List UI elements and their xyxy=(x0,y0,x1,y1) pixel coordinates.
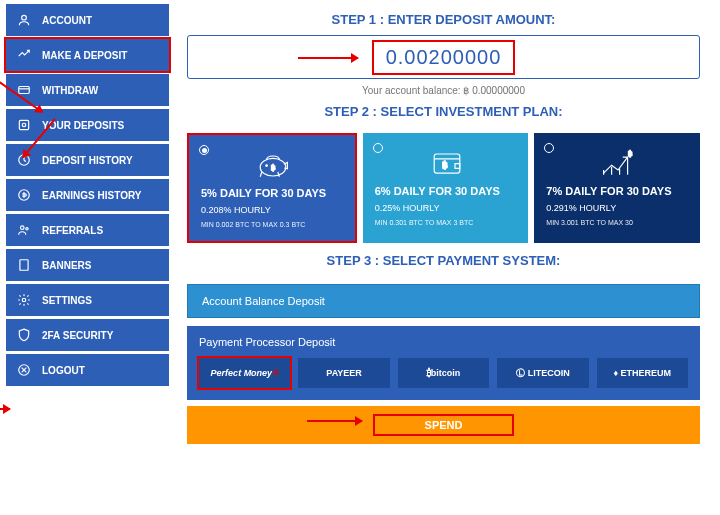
investment-plans: ฿ 5% DAILY FOR 30 DAYS 0.208% HOURLY MIN… xyxy=(187,133,700,243)
payment-processor-section: Payment Processor Deposit Perfect Money®… xyxy=(187,326,700,400)
plan-range: MIN 0.301 BTC TO MAX 3 BTC xyxy=(375,219,519,226)
sidebar-item-logout[interactable]: LOGOUT xyxy=(6,354,169,386)
deposit-icon xyxy=(16,47,32,63)
deposit-amount-input[interactable]: 0.00200000 xyxy=(187,35,700,79)
perfect-money-logo: Perfect Money® xyxy=(211,368,279,378)
sidebar-item-label: DEPOSIT HISTORY xyxy=(42,155,133,166)
payeer-logo: PAYEER xyxy=(326,368,362,378)
payment-options-row: Perfect Money® PAYEER ₿bitcoin Ⓛ LITECOI… xyxy=(199,358,688,388)
radio-icon xyxy=(199,145,209,155)
sidebar-item-banners[interactable]: BANNERS xyxy=(6,249,169,281)
svg-rect-1 xyxy=(19,87,30,94)
account-balance-deposit-section[interactable]: Account Balance Deposit xyxy=(187,284,700,318)
account-balance-label: Your account balance: ฿ 0.00000000 xyxy=(187,85,700,96)
payment-option-ethereum[interactable]: ♦ ETHEREUM xyxy=(597,358,688,388)
payment-option-perfect-money[interactable]: Perfect Money® xyxy=(199,358,290,388)
sidebar-item-your-deposits[interactable]: YOUR DEPOSITS xyxy=(6,109,169,141)
svg-text:฿: ฿ xyxy=(442,160,448,170)
svg-rect-2 xyxy=(19,120,28,129)
payment-option-bitcoin[interactable]: ₿bitcoin xyxy=(398,358,489,388)
sidebar-item-referrals[interactable]: REFERRALS xyxy=(6,214,169,246)
growth-chart-icon: ฿ xyxy=(546,143,690,181)
svg-point-12 xyxy=(266,165,268,167)
annotation-arrow xyxy=(0,408,10,410)
annotation-arrow xyxy=(307,420,362,422)
sidebar-item-label: EARNINGS HISTORY xyxy=(42,190,141,201)
logout-icon xyxy=(16,362,32,378)
plan-option-2[interactable]: ฿ 6% DAILY FOR 30 DAYS 0.25% HOURLY MIN … xyxy=(363,133,529,243)
svg-text:฿: ฿ xyxy=(271,163,276,172)
payment-option-litecoin[interactable]: Ⓛ LITECOIN xyxy=(497,358,588,388)
sidebar-item-withdraw[interactable]: WITHDRAW xyxy=(6,74,169,106)
sidebar-item-label: 2FA SECURITY xyxy=(42,330,113,341)
sidebar-item-label: REFERRALS xyxy=(42,225,103,236)
step2-title: STEP 2 : SELECT INVESTMENT PLAN: xyxy=(187,104,700,119)
plan-rate: 5% DAILY FOR 30 DAYS xyxy=(201,187,345,199)
deposit-amount-value: 0.00200000 xyxy=(372,40,516,75)
sidebar-item-label: SETTINGS xyxy=(42,295,92,306)
sidebar-item-earnings-history[interactable]: EARNINGS HISTORY xyxy=(6,179,169,211)
earnings-icon xyxy=(16,187,32,203)
annotation-arrow xyxy=(298,57,358,59)
plan-option-1[interactable]: ฿ 5% DAILY FOR 30 DAYS 0.208% HOURLY MIN… xyxy=(187,133,357,243)
plan-range: MIN 0.002 BTC TO MAX 0.3 BTC xyxy=(201,221,345,228)
svg-rect-8 xyxy=(20,260,28,271)
payment-processor-title: Payment Processor Deposit xyxy=(199,336,688,348)
svg-point-9 xyxy=(22,298,26,302)
plan-option-3[interactable]: ฿ 7% DAILY FOR 30 DAYS 0.291% HOURLY MIN… xyxy=(534,133,700,243)
svg-point-0 xyxy=(22,15,27,20)
step1-title: STEP 1 : ENTER DEPOSIT AMOUNT: xyxy=(187,12,700,27)
sidebar-item-label: LOGOUT xyxy=(42,365,85,376)
main-content: STEP 1 : ENTER DEPOSIT AMOUNT: 0.0020000… xyxy=(175,0,720,515)
ethereum-logo: ♦ ETHEREUM xyxy=(614,368,672,378)
plan-hourly: 0.208% HOURLY xyxy=(201,205,345,215)
plan-rate: 6% DAILY FOR 30 DAYS xyxy=(375,185,519,197)
sidebar: ACCOUNT MAKE A DEPOSIT WITHDRAW YOUR DEP… xyxy=(0,0,175,515)
bitcoin-logo: ₿bitcoin xyxy=(427,368,461,378)
svg-point-7 xyxy=(26,228,28,230)
radio-icon xyxy=(373,143,383,153)
wallet-icon: ฿ xyxy=(375,143,519,181)
shield-icon xyxy=(16,327,32,343)
plan-range: MIN 3.001 BTC TO MAX 30 xyxy=(546,219,690,226)
account-icon xyxy=(16,12,32,28)
deposits-icon xyxy=(16,117,32,133)
sidebar-item-label: WITHDRAW xyxy=(42,85,98,96)
sidebar-item-2fa-security[interactable]: 2FA SECURITY xyxy=(6,319,169,351)
spend-button[interactable]: SPEND xyxy=(187,406,700,444)
svg-point-3 xyxy=(22,123,26,127)
banners-icon xyxy=(16,257,32,273)
svg-text:฿: ฿ xyxy=(628,149,633,158)
spend-label: SPEND xyxy=(373,414,515,436)
plan-rate: 7% DAILY FOR 30 DAYS xyxy=(546,185,690,197)
sidebar-item-account[interactable]: ACCOUNT xyxy=(6,4,169,36)
gear-icon xyxy=(16,292,32,308)
litecoin-logo: Ⓛ LITECOIN xyxy=(516,367,570,380)
sidebar-item-label: ACCOUNT xyxy=(42,15,92,26)
sidebar-item-label: BANNERS xyxy=(42,260,91,271)
referrals-icon xyxy=(16,222,32,238)
plan-hourly: 0.291% HOURLY xyxy=(546,203,690,213)
sidebar-item-label: MAKE A DEPOSIT xyxy=(42,50,127,61)
plan-hourly: 0.25% HOURLY xyxy=(375,203,519,213)
piggy-bank-icon: ฿ xyxy=(201,145,345,183)
sidebar-item-settings[interactable]: SETTINGS xyxy=(6,284,169,316)
payment-option-payeer[interactable]: PAYEER xyxy=(298,358,389,388)
step3-title: STEP 3 : SELECT PAYMENT SYSTEM: xyxy=(187,253,700,268)
sidebar-item-make-deposit[interactable]: MAKE A DEPOSIT xyxy=(6,39,169,71)
svg-point-6 xyxy=(21,226,25,230)
